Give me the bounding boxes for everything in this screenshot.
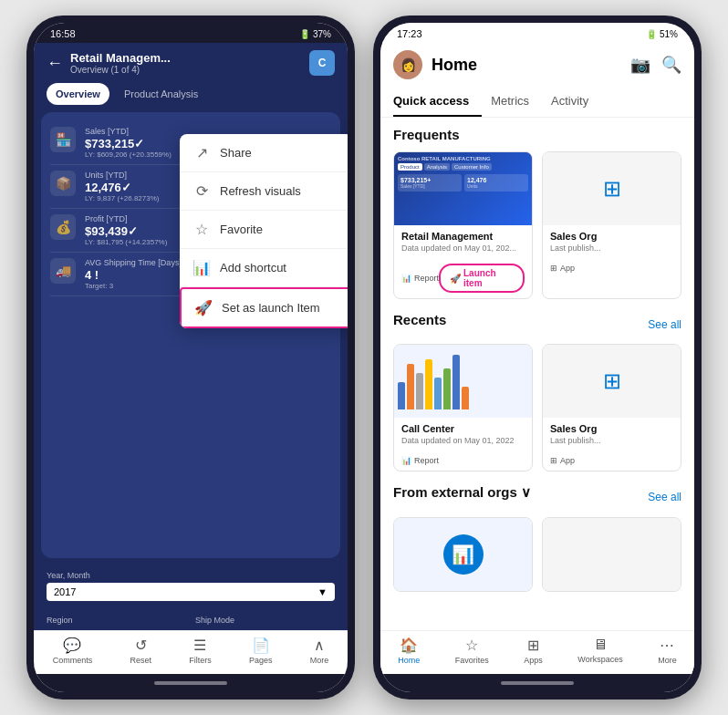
region-col: Region <box>47 610 186 627</box>
menu-launch-item[interactable]: 🚀 Set as launch Item <box>180 287 348 328</box>
p2-nav-home[interactable]: 🏠 Home <box>398 637 420 665</box>
status-bar-2: 17:23 🔋 51% <box>380 23 694 43</box>
menu-share[interactable]: ↗ Share <box>180 134 348 172</box>
camera-icon[interactable]: 📷 <box>630 55 650 75</box>
units-label: Units [YTD] <box>85 171 159 180</box>
pages-icon: 📄 <box>252 637 270 654</box>
retail-card-body: Retail Management Data updated on May 01… <box>394 225 532 260</box>
call-center-footer: 📊 Report <box>394 452 532 471</box>
favorite-label: Favorite <box>220 223 263 236</box>
add-shortcut-label: Add shortcut <box>220 261 286 275</box>
card-retail-management[interactable]: Contoso RETAIL MANUFACTURING Product Ana… <box>393 151 533 299</box>
report-badge-2: 📊 Report <box>401 456 439 465</box>
menu-add-shortcut[interactable]: 📊 Add shortcut <box>180 249 348 287</box>
tab-overview[interactable]: Overview <box>47 83 109 105</box>
ship-mode-label: Ship Mode <box>195 616 234 625</box>
favorites-label: Favorites <box>455 656 489 665</box>
user-avatar[interactable]: 👩 <box>393 50 422 79</box>
launch-btn-label: Launch item <box>463 268 514 288</box>
shipping-value: 4 ! <box>85 268 182 282</box>
sales-org-footer-1: ⊞ App <box>543 260 681 278</box>
search-icon[interactable]: 🔍 <box>661 55 681 75</box>
time-2: 17:23 <box>397 28 422 39</box>
pages-label: Pages <box>249 656 273 665</box>
p2-nav-more[interactable]: ⋯ More <box>658 637 677 665</box>
apps-icon: ⊞ <box>527 637 539 654</box>
region-row: Region Ship Mode <box>34 606 348 630</box>
card-sales-org-1[interactable]: ⊞ Sales Org Last publish... ⊞ App <box>542 151 681 299</box>
card-sales-org-2[interactable]: ⊞ Sales Org Last publish... ⊞ App <box>542 344 681 471</box>
sales-org-thumb-2: ⊞ <box>543 345 681 418</box>
call-center-name: Call Center <box>401 423 525 434</box>
apps-label: Apps <box>524 656 543 665</box>
recents-see-all[interactable]: See all <box>648 318 681 331</box>
sales-value: $733,215✓ <box>85 137 172 150</box>
external-icon: 📊 <box>443 534 484 575</box>
p1-tabs: Overview Product Analysis <box>34 83 348 105</box>
app-icon-2: ⊞ <box>550 456 557 465</box>
card-call-center[interactable]: Call Center Data updated on May 01, 2022… <box>393 344 533 471</box>
phone2-main: 👩 Home 📷 🔍 Quick access Metrics Activity… <box>380 43 694 674</box>
workspaces-icon: 🖥 <box>593 637 608 653</box>
sales-org-name-1: Sales Org <box>550 231 673 242</box>
retail-thumb: Contoso RETAIL MANUFACTURING Product Ana… <box>394 152 532 225</box>
sales-org-footer-2: ⊞ App <box>543 452 681 471</box>
more-label: More <box>310 656 329 665</box>
retail-card-sub: Data updated on May 01, 202... <box>401 244 525 253</box>
home-indicator-2 <box>380 674 694 692</box>
nav-filters[interactable]: ☰ Filters <box>189 637 212 665</box>
year-select[interactable]: 2017 ▼ <box>47 583 335 601</box>
back-button[interactable]: ← <box>47 54 63 73</box>
retail-card-name: Retail Management <box>401 231 525 242</box>
app-badge-1: ⊞ App <box>550 264 575 273</box>
call-center-body: Call Center Data updated on May 01, 2022 <box>394 418 532 452</box>
sales-org-sub-2: Last publish... <box>550 436 673 445</box>
card-external-2 <box>542 517 681 592</box>
more-icon: ∧ <box>314 637 325 654</box>
tab-quick-access[interactable]: Quick access <box>393 87 482 117</box>
report-icon: 📊 <box>401 274 411 283</box>
menu-refresh[interactable]: ⟳ Refresh visuals <box>180 172 348 211</box>
recents-header: Recents See all <box>393 312 681 337</box>
shipping-sub: Target: 3 <box>85 282 182 290</box>
menu-favorite[interactable]: ☆ Favorite <box>180 211 348 249</box>
nav-comments[interactable]: 💬 Comments <box>53 637 93 665</box>
chevron-icon: ∨ <box>521 484 531 500</box>
p2-nav-favorites[interactable]: ☆ Favorites <box>455 637 489 665</box>
add-shortcut-icon: 📊 <box>192 259 211 276</box>
sales-org-name-2: Sales Org <box>550 423 673 434</box>
nav-pages[interactable]: 📄 Pages <box>249 637 273 665</box>
tab-product-analysis[interactable]: Product Analysis <box>115 83 207 105</box>
report-badge: 📊 Report <box>401 274 439 283</box>
call-center-thumb <box>394 345 532 418</box>
recents-title: Recents <box>393 312 446 327</box>
p2-nav-apps[interactable]: ⊞ Apps <box>524 637 543 665</box>
p2-header-icons: 📷 🔍 <box>630 55 681 75</box>
p2-nav-workspaces[interactable]: 🖥 Workspaces <box>577 637 622 665</box>
nav-more[interactable]: ∧ More <box>310 637 329 665</box>
launch-icon: 🚀 <box>194 299 213 316</box>
status-bar-1: 16:58 🔋 37% <box>34 23 348 43</box>
comments-label: Comments <box>53 656 93 665</box>
comments-icon: 💬 <box>63 637 81 654</box>
filters-label: Filters <box>189 656 212 665</box>
share-icon: ↗ <box>192 144 211 161</box>
card-external-1[interactable]: 📊 <box>393 517 533 592</box>
status-icons-2: 🔋 51% <box>646 29 678 39</box>
units-sub: LY: 9,837 (+26.8273%) <box>85 194 159 202</box>
shipping-icon: 🚚 <box>50 258 76 284</box>
launch-item-button[interactable]: 🚀 Launch item <box>439 264 525 293</box>
chevron-down-icon: ▼ <box>317 586 328 597</box>
launch-btn-icon: 🚀 <box>450 274 461 284</box>
frequents-title: Frequents <box>393 127 681 142</box>
reset-icon: ↺ <box>135 637 147 654</box>
launch-label: Set as launch Item <box>222 301 320 315</box>
nav-reset[interactable]: ↺ Reset <box>130 637 151 665</box>
p2-bottom-nav: 🏠 Home ☆ Favorites ⊞ Apps 🖥 Workspaces ⋯ <box>380 630 694 674</box>
p2-home-title: Home <box>432 56 621 75</box>
external-see-all[interactable]: See all <box>648 491 681 503</box>
external-cards: 📊 <box>393 517 681 592</box>
sales-sub: LY: $609,206 (+20.3559%) <box>85 150 172 159</box>
tab-activity[interactable]: Activity <box>551 87 601 117</box>
tab-metrics[interactable]: Metrics <box>491 87 542 117</box>
